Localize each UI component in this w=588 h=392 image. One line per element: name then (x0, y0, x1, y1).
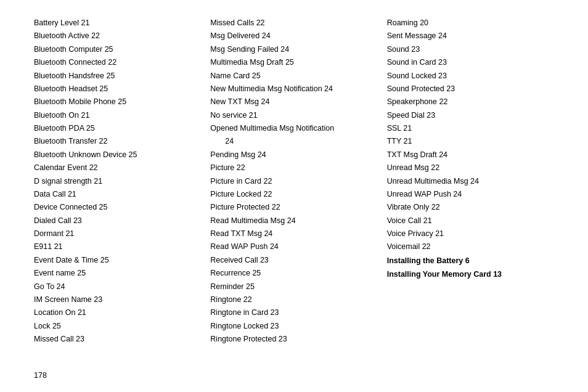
index-entry: New TXT Msg 24 (210, 96, 380, 108)
index-entry: SSL 21 (387, 123, 557, 134)
index-entry: Picture Locked 22 (210, 189, 380, 200)
index-entry: Calendar Event 22 (34, 162, 204, 174)
index-entry: Location On 21 (34, 307, 204, 319)
index-entry: New Multimedia Msg Notification 24 (210, 83, 380, 95)
index-entry: D signal strength 21 (34, 176, 204, 187)
index-entry: Sound Protected 23 (387, 83, 557, 95)
index-entry: Received Call 23 (210, 255, 380, 266)
index-entry: E911 21 (34, 241, 204, 253)
page-number: 178 (34, 371, 563, 380)
index-entry: Sent Message 24 (387, 30, 557, 42)
index-column-col1: Battery Level 21Bluetooth Active 22Bluet… (34, 17, 210, 365)
index-entry: Bluetooth Mobile Phone 25 (34, 96, 204, 108)
index-entry: Bluetooth Headset 25 (34, 83, 204, 95)
index-columns: Battery Level 21Bluetooth Active 22Bluet… (34, 17, 563, 365)
index-entry: Speakerphone 22 (387, 96, 557, 108)
index-entry: Unread Msg 22 (387, 162, 557, 174)
page-content: Battery Level 21Bluetooth Active 22Bluet… (34, 17, 563, 380)
index-entry: Roaming 20 (387, 17, 557, 29)
index-entry: Sound 23 (387, 44, 557, 55)
index-entry: TTY 21 (387, 136, 557, 147)
index-entry: Data Call 21 (34, 189, 204, 200)
index-entry: Multimedia Msg Draft 25 (210, 57, 380, 68)
index-entry: Missed Calls 22 (210, 17, 380, 29)
index-entry: Sound Locked 23 (387, 70, 557, 82)
index-entry: Picture in Card 22 (210, 176, 380, 187)
index-entry: Bluetooth Active 22 (34, 30, 204, 42)
index-entry: Name Card 25 (210, 70, 380, 82)
index-entry: Bluetooth PDA 25 (34, 123, 204, 134)
index-entry: Recurrence 25 (210, 267, 380, 279)
index-entry: Dormant 21 (34, 228, 204, 240)
index-entry: Bluetooth Computer 25 (34, 44, 204, 55)
index-entry: Read WAP Push 24 (210, 241, 380, 253)
index-entry: Event name 25 (34, 267, 204, 279)
index-entry: Picture 22 (210, 162, 380, 174)
index-entry: Bluetooth Transfer 22 (34, 136, 204, 147)
index-entry: Bluetooth Handsfree 25 (34, 70, 204, 82)
index-entry: Picture Protected 22 (210, 202, 380, 213)
index-entry: Missed Call 23 (34, 333, 204, 345)
index-column-col2: Missed Calls 22Msg Delivered 24Msg Sendi… (210, 17, 386, 365)
index-entry: Device Connected 25 (34, 202, 204, 213)
index-entry: Ringtone Protected 23 (210, 333, 380, 345)
index-entry: IM Screen Name 23 (34, 294, 204, 306)
index-entry: Read TXT Msg 24 (210, 228, 380, 240)
index-entry: Sound in Card 23 (387, 57, 557, 68)
index-entry: Speed Dial 23 (387, 110, 557, 121)
index-entry: Event Date & Time 25 (34, 255, 204, 266)
index-entry: Unread Multimedia Msg 24 (387, 176, 557, 187)
index-entry: Pending Msg 24 (210, 149, 380, 161)
index-entry: Ringtone Locked 23 (210, 321, 380, 332)
index-entry: 24 (210, 136, 380, 147)
index-entry: Opened Multimedia Msg Notification (210, 123, 380, 134)
index-entry: Installing the Battery 6 (387, 255, 557, 267)
index-entry: TXT Msg Draft 24 (387, 149, 557, 161)
index-entry: Bluetooth On 21 (34, 110, 204, 121)
index-entry: Voicemail 22 (387, 241, 557, 253)
index-entry: Dialed Call 23 (34, 215, 204, 227)
index-entry: No service 21 (210, 110, 380, 121)
index-entry: Reminder 25 (210, 281, 380, 293)
index-entry: Msg Sending Failed 24 (210, 44, 380, 55)
index-entry: Bluetooth Connected 22 (34, 57, 204, 68)
index-entry: Ringtone 22 (210, 294, 380, 306)
index-entry: Ringtone in Card 23 (210, 307, 380, 319)
index-entry: Lock 25 (34, 321, 204, 332)
index-entry: Bluetooth Unknown Device 25 (34, 149, 204, 161)
index-entry: Installing Your Memory Card 13 (387, 268, 557, 280)
index-entry: Read Multimedia Msg 24 (210, 215, 380, 227)
index-column-col3: Roaming 20Sent Message 24Sound 23Sound i… (387, 17, 563, 365)
index-entry: Battery Level 21 (34, 17, 204, 29)
index-entry: Voice Call 21 (387, 215, 557, 227)
index-entry: Msg Delivered 24 (210, 30, 380, 42)
index-entry: Unread WAP Push 24 (387, 189, 557, 200)
index-entry: Vibrate Only 22 (387, 202, 557, 213)
index-entry: Go To 24 (34, 281, 204, 293)
index-entry: Voice Privacy 21 (387, 228, 557, 240)
